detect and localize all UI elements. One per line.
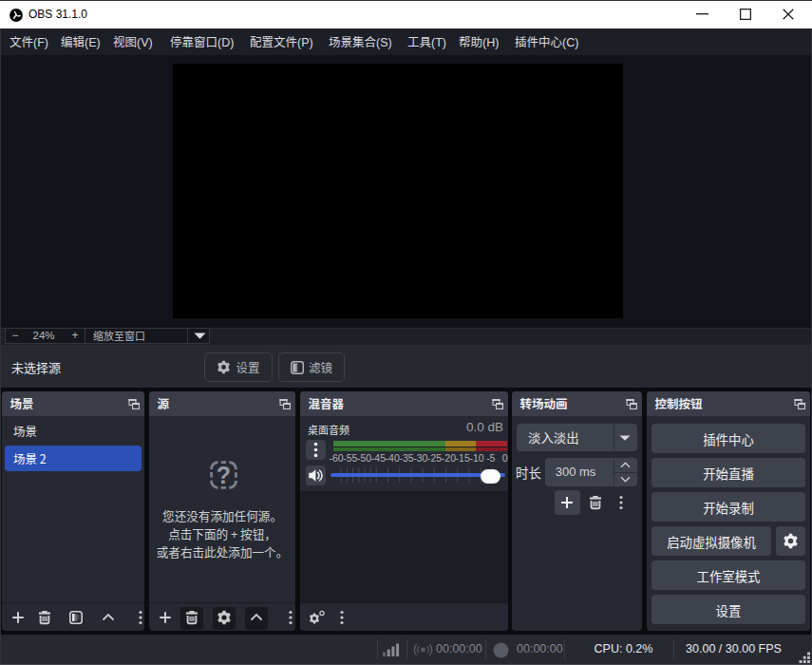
svg-text:?: ? xyxy=(217,462,231,488)
